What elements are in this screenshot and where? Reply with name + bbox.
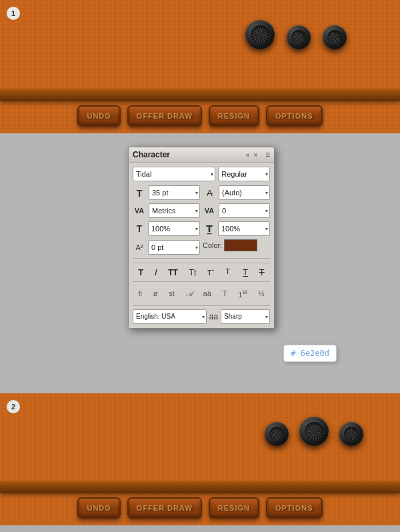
tracking-value-select[interactable]: 0 50 100 xyxy=(219,203,270,218)
scale-v-icon: T xyxy=(133,223,146,234)
language-wrapper: English: USA English: UK French ▾ xyxy=(133,309,207,324)
bottom-controls-row: English: USA English: UK French ▾ aа Sha… xyxy=(133,305,270,324)
undo-button-top[interactable]: UNDO xyxy=(77,105,120,127)
lig-t-btn[interactable]: T xyxy=(221,289,229,298)
color-tooltip: # 6e2e0d xyxy=(283,345,337,362)
lig-aa-btn[interactable]: aā xyxy=(202,289,213,298)
close-button[interactable]: × xyxy=(253,151,257,159)
options-button-top[interactable]: OPTIONS xyxy=(266,105,323,127)
leading-wrapper: (Auto) 6 pt 12 pt ▾ xyxy=(219,185,270,200)
font-row: Tidal ▾ Regular Bold Italic ▾ xyxy=(133,167,270,181)
font-name-select[interactable]: Tidal xyxy=(133,167,215,181)
font-size-icon: T xyxy=(133,187,146,199)
typo-italic-btn[interactable]: I xyxy=(153,267,159,278)
knob-small-1 xyxy=(287,25,311,49)
scale-v-wrapper: 100% 75% 125% ▾ xyxy=(148,221,200,236)
lig-oslash-btn[interactable]: ø xyxy=(152,289,159,298)
scale-h-select[interactable]: 100% 75% 125% xyxy=(218,221,270,236)
lig-ordinal-btn[interactable]: 1st xyxy=(237,288,248,299)
scale-v-col: T 100% 75% 125% ▾ xyxy=(133,221,200,236)
knob-bottom-large-1 xyxy=(299,417,329,446)
anti-alias-label: aа xyxy=(209,312,218,321)
lig-script-btn[interactable]: 𝒜 xyxy=(185,289,193,299)
character-panel: Character « × ≡ Tidal ▾ Regular xyxy=(128,147,275,329)
baseline-col: A² 0 pt 2 pt -2 pt ▾ xyxy=(133,239,200,255)
options-button-bottom[interactable]: OPTIONS xyxy=(266,497,323,519)
knobs-area-bottom xyxy=(265,417,363,446)
character-section: Character « × ≡ Tidal ▾ Regular xyxy=(0,133,400,393)
knob-small-2 xyxy=(323,25,347,49)
panel-divider-1 xyxy=(133,258,270,259)
tracking-row: VA Metrics Optical ▾ VA 0 50 100 ▾ xyxy=(133,203,270,218)
scale-h-col: T̲ 100% 75% 125% ▾ xyxy=(203,221,270,236)
sharp-select[interactable]: Sharp None Crisp Strong Smooth xyxy=(221,309,270,324)
shelf-ledge-bottom xyxy=(0,481,400,493)
lig-st-btn[interactable]: st xyxy=(167,289,176,298)
scale-h-icon: T̲ xyxy=(203,223,216,234)
scale-v-select[interactable]: 100% 75% 125% xyxy=(148,221,200,236)
font-name-wrapper: Tidal ▾ xyxy=(133,167,215,181)
color-col: Color: # 6e2e0d xyxy=(203,239,270,251)
character-panel-title: Character xyxy=(133,150,170,159)
tracking-icon: VA xyxy=(203,207,216,215)
tracking-type-select[interactable]: Metrics Optical xyxy=(149,203,200,218)
baseline-color-row: A² 0 pt 2 pt -2 pt ▾ Color: # 6e2e0d xyxy=(133,239,270,255)
resign-button-bottom[interactable]: RESIGN xyxy=(209,497,259,519)
panel-number-2: 2 xyxy=(7,400,20,413)
ligature-row: fi ø st 𝒜 aā T 1st ½ xyxy=(133,286,270,301)
language-select[interactable]: English: USA English: UK French xyxy=(133,309,207,324)
font-size-wrapper: 35 pt 24 pt 48 pt ▾ xyxy=(149,185,200,200)
typo-smallcaps-btn[interactable]: Tt xyxy=(187,267,199,278)
size-leading-row: T 35 pt 24 pt 48 pt ▾ A̶ (Auto) 6 pt 12 … xyxy=(133,185,270,200)
tracking-type-wrapper: Metrics Optical ▾ xyxy=(149,203,200,218)
kerning-icon: VA xyxy=(133,207,146,215)
knobs-area-top xyxy=(245,20,347,49)
leading-icon: A̶ xyxy=(203,188,216,198)
baseline-wrapper: 0 pt 2 pt -2 pt ▾ xyxy=(148,240,200,255)
font-style-wrapper: Regular Bold Italic ▾ xyxy=(218,167,270,181)
scale-h-wrapper: 100% 75% 125% ▾ xyxy=(218,221,270,236)
offer-draw-button-bottom[interactable]: OFFER DRAW xyxy=(127,497,202,519)
typo-super-btn[interactable]: T+ xyxy=(205,267,217,277)
typo-allcaps-btn[interactable]: TT xyxy=(166,267,180,278)
tracking-value-wrapper: 0 50 100 ▾ xyxy=(219,203,270,218)
panel-number-1: 1 xyxy=(7,7,20,20)
typo-sub-btn[interactable]: T- xyxy=(223,267,233,277)
resign-button-top[interactable]: RESIGN xyxy=(209,105,259,127)
buttons-row-top: UNDO OFFER DRAW RESIGN OPTIONS xyxy=(0,105,400,127)
buttons-row-bottom: UNDO OFFER DRAW RESIGN OPTIONS xyxy=(0,497,400,519)
font-style-select[interactable]: Regular Bold Italic xyxy=(218,167,270,181)
color-label: Color: xyxy=(203,241,222,249)
panel-menu-icon[interactable]: ≡ xyxy=(265,150,270,159)
lig-fraction-btn[interactable]: ½ xyxy=(257,289,265,298)
wood-panel-bottom: 2 UNDO OFFER DRAW RESIGN OPTIONS xyxy=(0,393,400,525)
wood-panel-top: 1 UNDO OFFER DRAW RESIGN OPTIONS xyxy=(0,0,400,133)
typo-row: T I TT Tt T+ T- T T xyxy=(133,263,270,282)
collapse-button[interactable]: « xyxy=(246,151,250,159)
knob-bottom-small-1 xyxy=(265,422,289,446)
baseline-icon: A² xyxy=(133,243,146,251)
character-panel-titlebar: Character « × ≡ xyxy=(129,147,274,163)
scale-row: T 100% 75% 125% ▾ T̲ 100% xyxy=(133,221,270,236)
undo-button-bottom[interactable]: UNDO xyxy=(77,497,120,519)
baseline-select[interactable]: 0 pt 2 pt -2 pt xyxy=(148,240,200,255)
typo-strikethrough-btn[interactable]: T xyxy=(257,267,267,278)
font-size-select[interactable]: 35 pt 24 pt 48 pt xyxy=(149,185,200,200)
knob-large-1 xyxy=(245,20,275,49)
color-swatch[interactable] xyxy=(224,239,257,251)
sharp-wrapper: Sharp None Crisp Strong Smooth ▾ xyxy=(221,309,270,324)
leading-select[interactable]: (Auto) 6 pt 12 pt xyxy=(219,185,270,200)
typo-underline-btn[interactable]: T xyxy=(241,267,250,278)
character-panel-body: Tidal ▾ Regular Bold Italic ▾ T xyxy=(129,163,274,328)
knob-bottom-small-2 xyxy=(339,422,363,446)
titlebar-controls: « × ≡ xyxy=(246,150,270,159)
lig-fi-btn[interactable]: fi xyxy=(137,289,143,298)
offer-draw-button-top[interactable]: OFFER DRAW xyxy=(127,105,202,127)
typo-bold-btn[interactable]: T xyxy=(136,267,145,278)
shelf-ledge-top xyxy=(0,89,400,101)
